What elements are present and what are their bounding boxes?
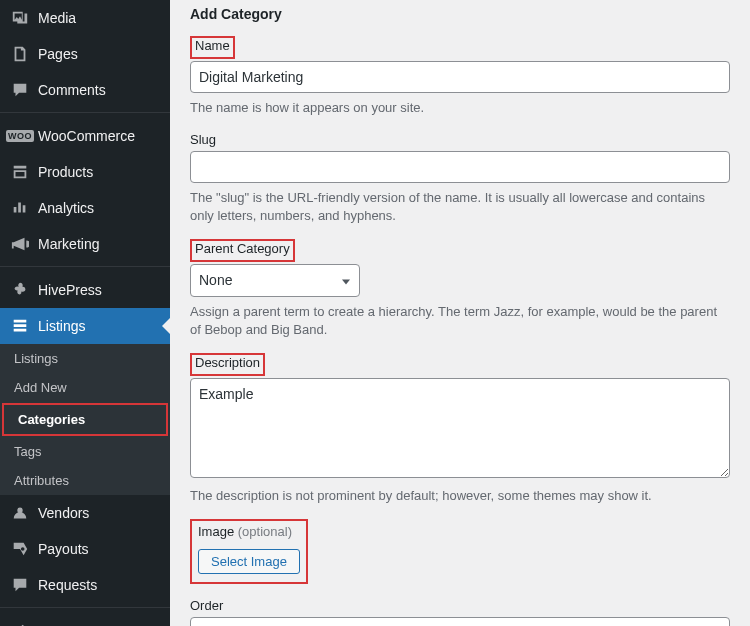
sidebar-item-label: Comments bbox=[38, 82, 106, 98]
highlight-parent: Parent Category bbox=[190, 239, 295, 262]
image-label: Image bbox=[198, 524, 234, 539]
name-input[interactable] bbox=[190, 61, 730, 93]
order-input[interactable] bbox=[190, 617, 730, 626]
main-content: Add Category Name The name is how it app… bbox=[170, 0, 750, 626]
analytics-icon bbox=[10, 198, 30, 218]
name-help: The name is how it appears on your site. bbox=[190, 99, 730, 117]
listings-icon bbox=[10, 316, 30, 336]
order-label: Order bbox=[190, 598, 223, 613]
field-name: Name The name is how it appears on your … bbox=[190, 36, 730, 118]
vendors-icon bbox=[10, 503, 30, 523]
highlight-description: Description bbox=[190, 353, 265, 376]
field-description: Description The description is not promi… bbox=[190, 353, 730, 505]
sidebar-item-analytics[interactable]: Analytics bbox=[0, 190, 170, 226]
field-image: Image (optional) Select Image bbox=[190, 519, 730, 584]
submenu-item-attributes[interactable]: Attributes bbox=[0, 466, 170, 495]
sidebar-item-label: Payouts bbox=[38, 541, 89, 557]
field-parent-category: Parent Category None Assign a parent ter… bbox=[190, 239, 730, 339]
sidebar-item-comments[interactable]: Comments bbox=[0, 72, 170, 108]
sidebar-item-label: HivePress bbox=[38, 282, 102, 298]
sidebar-item-label: Analytics bbox=[38, 200, 94, 216]
description-label: Description bbox=[195, 355, 260, 370]
listings-submenu: Listings Add New Categories Tags Attribu… bbox=[0, 344, 170, 495]
sidebar-item-label: Listings bbox=[38, 318, 85, 334]
comments-icon bbox=[10, 80, 30, 100]
menu-separator bbox=[0, 108, 170, 113]
sidebar-item-label: Pages bbox=[38, 46, 78, 62]
payouts-icon bbox=[10, 539, 30, 559]
products-icon bbox=[10, 162, 30, 182]
sidebar-item-label: Vendors bbox=[38, 505, 89, 521]
submenu-item-categories[interactable]: Categories bbox=[4, 405, 166, 434]
sidebar-item-vendors[interactable]: Vendors bbox=[0, 495, 170, 531]
page-title: Add Category bbox=[190, 6, 730, 22]
sidebar-item-appearance[interactable]: Appearance bbox=[0, 613, 170, 626]
sidebar-item-pages[interactable]: Pages bbox=[0, 36, 170, 72]
submenu-item-add-new[interactable]: Add New bbox=[0, 373, 170, 402]
sidebar-item-products[interactable]: Products bbox=[0, 154, 170, 190]
menu-separator bbox=[0, 262, 170, 267]
marketing-icon bbox=[10, 234, 30, 254]
sidebar-item-label: Media bbox=[38, 10, 76, 26]
sidebar-item-listings[interactable]: Listings bbox=[0, 308, 170, 344]
submenu-item-listings[interactable]: Listings bbox=[0, 344, 170, 373]
sidebar-item-woocommerce[interactable]: WOO WooCommerce bbox=[0, 118, 170, 154]
sidebar-item-label: Requests bbox=[38, 577, 97, 593]
sidebar-item-media[interactable]: Media bbox=[0, 0, 170, 36]
admin-sidebar: Media Pages Comments WOO WooCommerce Pro… bbox=[0, 0, 170, 626]
field-order: Order bbox=[190, 598, 730, 626]
highlight-categories: Categories bbox=[2, 403, 168, 436]
sidebar-item-payouts[interactable]: Payouts bbox=[0, 531, 170, 567]
field-slug: Slug The "slug" is the URL-friendly vers… bbox=[190, 132, 730, 226]
slug-help: The "slug" is the URL-friendly version o… bbox=[190, 189, 730, 225]
image-optional: (optional) bbox=[238, 524, 292, 539]
slug-input[interactable] bbox=[190, 151, 730, 183]
slug-label: Slug bbox=[190, 132, 216, 147]
parent-select[interactable]: None bbox=[190, 264, 360, 296]
name-label: Name bbox=[195, 38, 230, 53]
sidebar-item-label: WooCommerce bbox=[38, 128, 135, 144]
appearance-icon bbox=[10, 621, 30, 626]
sidebar-item-requests[interactable]: Requests bbox=[0, 567, 170, 603]
pages-icon bbox=[10, 44, 30, 64]
sidebar-item-label: Products bbox=[38, 164, 93, 180]
hivepress-icon bbox=[10, 280, 30, 300]
sidebar-item-label: Marketing bbox=[38, 236, 99, 252]
woocommerce-icon: WOO bbox=[10, 126, 30, 146]
description-help: The description is not prominent by defa… bbox=[190, 487, 730, 505]
sidebar-item-hivepress[interactable]: HivePress bbox=[0, 272, 170, 308]
sidebar-item-marketing[interactable]: Marketing bbox=[0, 226, 170, 262]
requests-icon bbox=[10, 575, 30, 595]
select-image-button[interactable]: Select Image bbox=[198, 549, 300, 574]
media-icon bbox=[10, 8, 30, 28]
parent-label: Parent Category bbox=[195, 241, 290, 256]
description-textarea[interactable] bbox=[190, 378, 730, 478]
highlight-image: Image (optional) Select Image bbox=[190, 519, 308, 584]
submenu-item-tags[interactable]: Tags bbox=[0, 437, 170, 466]
highlight-name: Name bbox=[190, 36, 235, 59]
menu-separator bbox=[0, 603, 170, 608]
parent-help: Assign a parent term to create a hierarc… bbox=[190, 303, 730, 339]
